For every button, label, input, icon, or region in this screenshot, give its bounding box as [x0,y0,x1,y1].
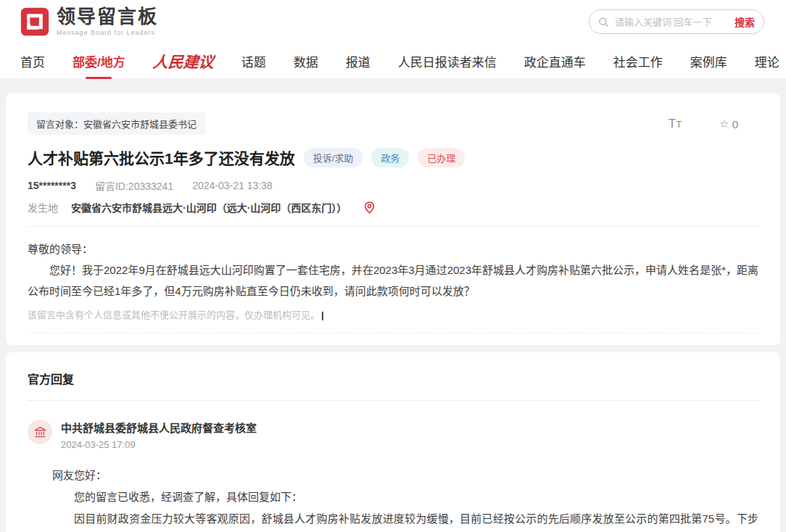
tag-category: 政务 [371,148,409,167]
message-title: 人才补贴第六批公示1年多了还没有发放 [28,146,295,168]
reply-greeting: 网友您好： [52,465,758,486]
reply-content: 网友您好： 您的留言已收悉，经调查了解，具体回复如下： 因目前财政资金压力较大等… [52,465,758,532]
message-content: 您好！我于2022年9月在舒城县远大山河印购置了一套住宅房，并在2023年3月通… [28,259,758,302]
message-bubble-logo-icon [20,7,49,36]
message-date: 2024-03-21 13:38 [192,180,273,191]
location-label: 发生地 [28,200,58,215]
nav-item-ministries-local[interactable]: 部委/地方 [73,52,125,70]
tag-status-handled: 已办理 [418,148,465,167]
nav-item-case-library[interactable]: 案例库 [690,52,727,70]
site-logo[interactable]: 领导留言板 Message Board for Leaders [20,7,158,36]
message-toolbar: TT ☆ 0 [669,117,738,131]
star-icon: ☆ [719,117,729,130]
official-reply-card: 官方回复 中共舒城县委舒城县人民政府督查考核室 2024-03-25 17:09… [6,352,780,532]
star-count: 0 [732,118,738,130]
nav-item-gov-enterprise[interactable]: 政企直通车 [524,52,586,70]
search-box[interactable]: 搜索 [589,9,764,34]
reply-org-name: 中共舒城县委舒城县人民政府督查考核室 [61,420,257,436]
message-author-phone: 15********3 [28,180,76,191]
message-target-badge: 留言对象：安徽省六安市舒城县委书记 [28,112,205,135]
nav-item-reader-letters[interactable]: 人民日报读者来信 [398,52,497,70]
favorite-star-button[interactable]: ☆ 0 [719,117,738,130]
reply-date: 2024-03-25 17:09 [61,439,257,450]
search-input[interactable] [615,17,735,28]
search-icon [598,17,609,28]
location-value: 安徽省六安市舒城县远大·山河印（远大·山河印（西区东门）） [71,200,347,215]
reply-paragraph-2: 因目前财政资金压力较大等客观原因，舒城县人才购房补贴发放进度较为缓慢，目前已经按… [52,508,758,532]
font-size-toggle-icon[interactable]: TT [669,117,682,131]
message-card: 留言对象：安徽省六安市舒城县委书记 TT ☆ 0 人才补贴第六批公示1年多了还没… [6,93,780,345]
nav-item-home[interactable]: 首页 [20,52,45,70]
location-pin-icon[interactable] [364,201,375,214]
nav-item-peoples-suggestions[interactable]: 人民建议 [152,50,215,72]
reply-paragraph-1: 您的留言已收悉，经调查了解，具体回复如下： [52,486,758,508]
message-id: 留言ID:20333241 [95,178,173,193]
reply-section-title: 官方回复 [28,370,758,387]
nav-item-reports[interactable]: 报道 [346,52,371,70]
site-subtitle: Message Board for Leaders [57,29,158,36]
privacy-note: 该留言中含有个人信息或其他不便公开展示的内容，仅办理机构可见。| [28,307,758,321]
government-building-avatar [28,420,52,444]
message-bottom-divider [28,333,758,333]
search-button[interactable]: 搜索 [735,14,755,29]
message-greeting: 尊敬的领导： [28,238,758,259]
text-cursor: | [321,309,324,320]
nav-item-topics[interactable]: 话题 [241,52,266,70]
message-divider [28,226,758,227]
nav-item-theory[interactable]: 理论 [755,52,779,70]
page-header: 领导留言板 Message Board for Leaders 搜索 [0,0,786,43]
nav-item-social-work[interactable]: 社会工作 [613,52,663,70]
tag-complaint: 投诉/求助 [304,148,363,167]
nav-item-data[interactable]: 数据 [294,52,318,70]
reply-divider [28,400,758,401]
message-body: 尊敬的领导： 您好！我于2022年9月在舒城县远大山河印购置了一套住宅房，并在2… [28,238,758,302]
site-title: 领导留言板 [57,7,158,26]
main-nav: 首页 部委/地方 人民建议 话题 数据 报道 人民日报读者来信 政企直通车 社会… [0,43,786,78]
